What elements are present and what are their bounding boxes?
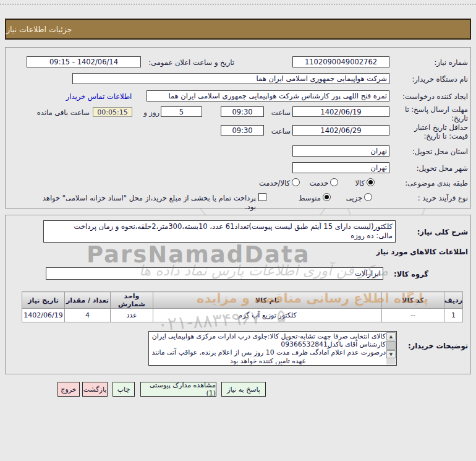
cell-row-number: 1 [444, 309, 463, 322]
delivery-city-label: شهر محل تحویل: [417, 164, 468, 173]
col-need-date: تاریخ نیاز [22, 292, 65, 309]
scroll-up-icon[interactable]: ▲ [386, 332, 396, 340]
top-dotted-divider [0, 4, 476, 5]
need-number-label: شماره نیاز: [434, 58, 468, 67]
announce-datetime-label: تاریخ و ساعت اعلان عمومی: [144, 58, 234, 67]
request-creator-field[interactable]: ثمره فتح اللهی پور کارشناس شرکت هواپیمای… [147, 90, 389, 101]
delivery-province-label: استان محل تحویل: [412, 147, 468, 156]
goods-group-label: گروه کالا: [394, 270, 428, 278]
buyer-notes-text: کالای انتخابی صرفا جهت تشابه-تحویل کالا:… [150, 332, 386, 364]
days-remaining-field[interactable]: 5 [161, 106, 202, 117]
buyer-notes-textarea[interactable]: کالای انتخابی صرفا جهت تشابه-تحویل کالا:… [148, 331, 397, 366]
view-attached-docs-button[interactable]: مشاهده مدارک پیوستی (1) [140, 382, 216, 397]
buyer-contact-link[interactable]: اطلاعات تماس خریدار [51, 92, 147, 101]
treasury-checkbox[interactable] [258, 193, 266, 201]
radio-goods-service[interactable] [292, 178, 300, 186]
deadline-hour-label: ساعت [265, 108, 291, 117]
radio-goods-service-label: کالا/خدمت [252, 179, 290, 187]
radio-medium[interactable] [323, 193, 331, 201]
buyer-notes-label: توضیحات خریدار: [408, 342, 468, 350]
radio-goods-label: کالا [345, 179, 365, 187]
page-title: جزئیات اطلاعات نیاز [5, 19, 471, 40]
radio-partial[interactable] [364, 193, 372, 201]
general-desc-label: شرح کلی نیاز: [417, 228, 468, 236]
buyer-notes-line1: کالای انتخابی صرفا جهت تشابه-تحویل کالا:… [150, 332, 386, 340]
buyer-notes-line3: درصورت عدم اعلام آمادگی ظرف مدت 10 روز پ… [150, 348, 386, 356]
col-unit: واحد شمارش [111, 292, 153, 309]
reply-deadline-date-field[interactable]: 1402/06/19 [292, 106, 389, 117]
notes-scrollbar[interactable]: ▲ ▼ [386, 332, 396, 364]
general-desc-line2: مالی: ده روزه [46, 231, 393, 241]
radio-partial-label: جزیی [339, 194, 362, 202]
goods-table-header-row: ردیف کد کالا نام کالا واحد شمارش تعداد /… [22, 292, 463, 309]
request-creator-label: ایجاد کننده درخواست: [402, 92, 468, 101]
general-desc-field[interactable]: کلکتور(لیست دارای 15 آیتم طبق لیست پیوست… [43, 220, 396, 243]
price-validity-label: حداقل تاریخ اعتبار قیمت: تا تاریخ: [397, 123, 468, 140]
buyer-org-field[interactable]: شرکت هواپیمایی جمهوری اسلامی ایران هما [72, 73, 389, 84]
validity-hour-label: ساعت [265, 127, 291, 136]
cell-goods-name: کلکتور توزیع آب گرم [153, 309, 382, 322]
buyer-notes-line4: عهده تامین کننده خواهد بود [150, 357, 386, 364]
process-type-label: نوع فرآیند خرید : [418, 194, 468, 202]
need-number-field[interactable]: 1102090049002762 [292, 56, 389, 67]
col-row-number: ردیف [444, 292, 463, 309]
exit-button[interactable]: خروج [57, 382, 80, 397]
need-details-page: 1001 10 جزئیات اطلاعات نیاز شماره نیاز: … [0, 0, 476, 461]
announce-datetime-field[interactable]: 1402/06/14 - 09:15 [27, 56, 141, 67]
goods-table-row[interactable]: 1 -- کلکتور توزیع آب گرم عدد 4 1402/06/1… [22, 309, 463, 322]
classification-label: طبقه بندی موضوعی: [405, 179, 468, 187]
reply-to-need-button[interactable]: پاسخ به نیاز [221, 382, 266, 397]
cell-need-date: 1402/06/19 [22, 309, 65, 322]
goods-group-field[interactable]: ابزارآلات [46, 267, 383, 280]
scroll-down-icon[interactable]: ▼ [386, 350, 396, 358]
col-goods-code: کد کالا [382, 292, 444, 309]
print-button[interactable]: چاپ [113, 382, 135, 397]
price-validity-time-field[interactable]: 09:30 [221, 125, 264, 136]
general-desc-line1: کلکتور(لیست دارای 15 آیتم طبق لیست پیوست… [46, 222, 393, 231]
goods-table: ردیف کد کالا نام کالا واحد شمارش تعداد /… [22, 291, 463, 322]
price-validity-date-field[interactable]: 1402/06/29 [292, 125, 389, 136]
buyer-org-label: نام دستگاه خریدار: [412, 75, 468, 84]
buyer-notes-line2: کارشناس آقای پاکدل09366532841 [150, 340, 386, 348]
cell-goods-code: -- [382, 309, 444, 322]
radio-service-label: خدمت [304, 179, 328, 187]
hours-remaining-label: ساعت باقی مانده [20, 108, 90, 117]
goods-info-heading: اطلاعات کالاهای مورد نیاز [376, 248, 468, 256]
cell-quantity: 4 [65, 309, 111, 322]
reply-deadline-time-field[interactable]: 09:30 [221, 106, 264, 117]
radio-goods[interactable] [367, 178, 375, 186]
delivery-province-field[interactable]: تهران [292, 145, 389, 157]
days-and-label: روز و [134, 108, 159, 117]
col-quantity: تعداد / مقدار [65, 292, 111, 309]
scrollbar-thumb[interactable] [386, 341, 396, 350]
col-goods-name: نام کالا [153, 292, 382, 309]
delivery-city-field[interactable]: تهران [292, 162, 389, 173]
reply-deadline-label: مهلت ارسال پاسخ: تا تاریخ: [397, 105, 468, 123]
back-button[interactable]: بازگشت [82, 382, 108, 397]
radio-medium-label: متوسط [292, 194, 321, 202]
radio-service[interactable] [330, 178, 338, 186]
countdown-timer: 00:05:15 [93, 107, 132, 117]
cell-unit: عدد [111, 309, 153, 322]
treasury-checkbox-label: پرداخت تمام یا بخشی از مبلغ خرید،از محل … [35, 194, 256, 211]
